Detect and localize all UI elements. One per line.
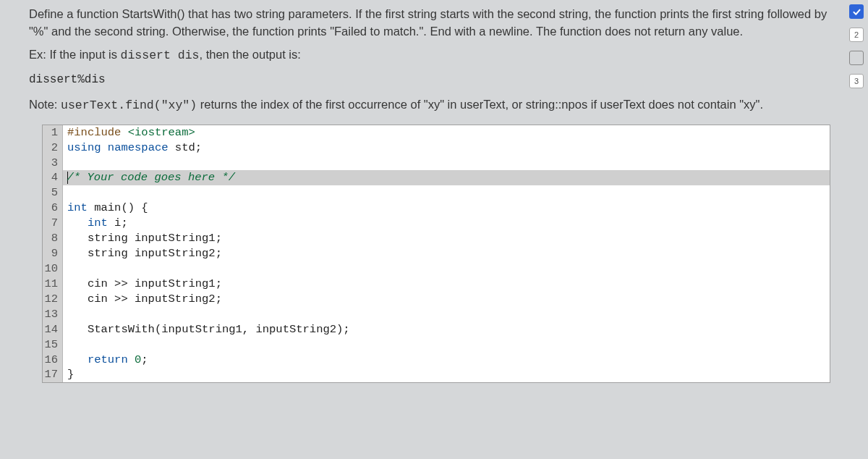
line-number: 6 xyxy=(43,201,63,216)
line-number: 13 xyxy=(43,307,63,322)
code-text[interactable] xyxy=(63,185,830,201)
line-number: 15 xyxy=(43,337,63,353)
sidebar: 2 3 xyxy=(845,0,868,459)
line-number: 9 xyxy=(43,246,63,261)
code-text[interactable] xyxy=(63,261,830,277)
line-number: 8 xyxy=(43,231,63,246)
line-number: 1 xyxy=(43,125,63,140)
code-line[interactable]: 14 StartsWith(inputString1, inputString2… xyxy=(43,322,830,337)
line-number: 4 xyxy=(43,170,63,185)
code-line[interactable]: 11 cin >> inputString1; xyxy=(43,277,830,292)
code-text[interactable]: return 0; xyxy=(63,353,830,368)
code-text[interactable]: int main() { xyxy=(63,201,830,216)
line-number: 2 xyxy=(43,140,63,156)
line-number: 10 xyxy=(43,261,63,277)
code-line[interactable]: 3 xyxy=(43,156,830,171)
line-number: 12 xyxy=(43,292,63,307)
code-text[interactable]: cin >> inputString2; xyxy=(63,292,830,307)
code-text[interactable]: StartsWith(inputString1, inputString2); xyxy=(63,322,830,337)
code-text[interactable]: using namespace std; xyxy=(63,140,830,156)
problem-description: Define a function StartsWith() that has … xyxy=(29,6,833,64)
line-number: 5 xyxy=(43,185,63,201)
line-number: 3 xyxy=(43,156,63,171)
code-text[interactable]: /* Your code goes here */ xyxy=(63,170,830,185)
code-text[interactable]: } xyxy=(63,367,830,382)
code-text[interactable] xyxy=(63,307,830,322)
code-line[interactable]: 2using namespace std; xyxy=(43,140,830,156)
code-line[interactable]: 1#include <iostream> xyxy=(43,125,830,140)
code-text[interactable]: string inputString1; xyxy=(63,231,830,246)
step-badge-3[interactable]: 3 xyxy=(849,74,864,88)
checkmark-icon[interactable] xyxy=(849,4,864,19)
code-line[interactable]: 15 xyxy=(43,337,830,353)
line-number: 11 xyxy=(43,277,63,292)
code-text[interactable]: cin >> inputString1; xyxy=(63,277,830,292)
line-number: 16 xyxy=(43,353,63,368)
code-text[interactable]: string inputString2; xyxy=(63,246,830,261)
code-line[interactable]: 4/* Your code goes here */ xyxy=(43,170,830,185)
code-line[interactable]: 17} xyxy=(43,367,830,382)
line-number: 14 xyxy=(43,322,63,337)
code-line[interactable]: 5 xyxy=(43,185,830,201)
code-line[interactable]: 12 cin >> inputString2; xyxy=(43,292,830,307)
code-line[interactable]: 9 string inputString2; xyxy=(43,246,830,261)
code-text[interactable]: int i; xyxy=(63,216,830,231)
code-text[interactable] xyxy=(63,156,830,171)
code-line[interactable]: 13 xyxy=(43,307,830,322)
description-text: Define a function StartsWith() that has … xyxy=(29,6,833,41)
code-line[interactable]: 7 int i; xyxy=(43,216,830,231)
code-text[interactable] xyxy=(63,337,830,353)
code-line[interactable]: 8 string inputString1; xyxy=(43,231,830,246)
example-output: dissert%dis xyxy=(29,73,833,86)
example-input: dissert dis xyxy=(121,49,200,62)
main-content: Define a function StartsWith() that has … xyxy=(0,0,845,459)
code-line[interactable]: 6int main() { xyxy=(43,201,830,216)
step-badge-outline[interactable] xyxy=(849,51,864,65)
code-line[interactable]: 10 xyxy=(43,261,830,277)
example-line: Ex: If the input is dissert dis, then th… xyxy=(29,46,833,64)
line-number: 17 xyxy=(43,367,63,382)
code-text[interactable]: #include <iostream> xyxy=(63,125,830,140)
line-number: 7 xyxy=(43,216,63,231)
code-line[interactable]: 16 return 0; xyxy=(43,353,830,368)
note-code: userText.find("xy") xyxy=(61,98,197,112)
step-badge-2[interactable]: 2 xyxy=(849,28,864,42)
note: Note: userText.find("xy") returns the in… xyxy=(29,96,833,114)
code-editor[interactable]: 1#include <iostream>2using namespace std… xyxy=(42,125,830,384)
